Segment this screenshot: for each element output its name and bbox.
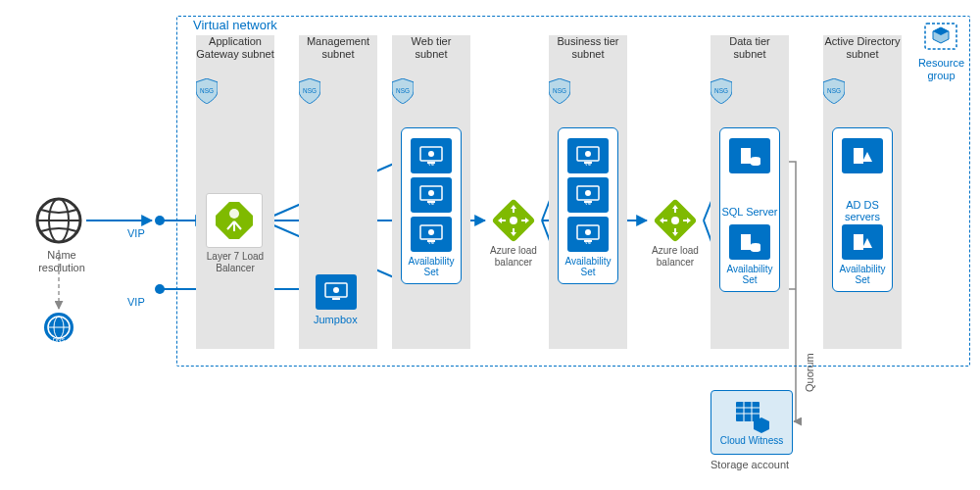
ad-server-icon <box>842 224 883 260</box>
availability-set-label: AvailabilitySet <box>402 256 461 277</box>
vip-endpoint-1 <box>155 216 165 225</box>
svg-text:VM: VM <box>585 162 591 167</box>
cloud-witness-icon <box>732 400 771 433</box>
subnet-label-mgmt: Managementsubnet <box>299 35 377 61</box>
vm-icon: VM <box>567 138 609 173</box>
svg-point-31 <box>510 217 517 224</box>
ad-server-icon <box>842 138 883 173</box>
name-resolution-label: Nameresolution <box>32 249 91 274</box>
svg-point-55 <box>585 229 591 235</box>
resource-group-label: Resourcegroup <box>918 57 964 82</box>
sql-server-icon <box>729 138 770 173</box>
jumpbox-vm-icon <box>316 274 357 310</box>
svg-point-51 <box>585 190 591 196</box>
vip-label-1: VIP <box>127 227 145 239</box>
svg-rect-58 <box>741 148 751 164</box>
web-tier-availability-set: VM VM VM AvailabilitySet <box>401 127 462 284</box>
cloud-witness-box: Cloud Witness <box>710 390 793 455</box>
virtual-network-label: Virtual network <box>193 18 277 32</box>
svg-point-65 <box>751 248 760 252</box>
svg-text:VM: VM <box>428 201 434 206</box>
sql-server-label: SQL Server <box>721 206 778 218</box>
svg-text:NSG: NSG <box>396 87 410 94</box>
svg-text:NSG: NSG <box>827 87 841 94</box>
layer7-load-balancer-icon <box>206 193 263 248</box>
quorum-label: Quorum <box>804 353 815 392</box>
svg-text:VM: VM <box>428 162 434 167</box>
availability-set-label: AvailabilitySet <box>833 264 892 285</box>
nsg-shield-icon: NSG <box>196 78 218 104</box>
nsg-shield-icon: NSG <box>392 78 414 104</box>
sql-server-icon <box>729 224 770 260</box>
svg-point-35 <box>428 151 434 157</box>
subnet-label-biz: Business tiersubnet <box>549 35 627 61</box>
subnet-app-gateway: NSG <box>196 35 274 349</box>
svg-text:VM: VM <box>585 240 591 245</box>
availability-set-label: AvailabilitySet <box>559 256 617 277</box>
svg-point-69 <box>333 287 339 293</box>
svg-rect-70 <box>332 298 340 300</box>
vm-icon: VM <box>411 177 452 213</box>
nsg-shield-icon: NSG <box>549 78 570 104</box>
architecture-diagram: Virtual network NSG ApplicationGateway s… <box>0 0 980 490</box>
internet-globe-icon <box>34 196 83 247</box>
vm-icon: VM <box>567 217 609 252</box>
svg-text:NSG: NSG <box>714 87 728 94</box>
svg-rect-67 <box>854 234 863 250</box>
svg-text:NSG: NSG <box>553 87 566 94</box>
svg-text:DNS: DNS <box>53 337 66 343</box>
svg-text:VM: VM <box>585 201 591 206</box>
subnet-label-app-gw: ApplicationGateway subnet <box>191 35 279 61</box>
svg-rect-28 <box>216 202 253 239</box>
svg-text:NSG: NSG <box>303 87 317 94</box>
azure-lb-1-label: Azure loadbalancer <box>485 245 542 269</box>
svg-text:VM: VM <box>428 240 434 245</box>
availability-set-label: AvailabilitySet <box>720 264 779 285</box>
resource-group-icon: Resourcegroup <box>918 18 964 82</box>
azure-load-balancer-1-icon <box>485 193 542 248</box>
azure-lb-2-label: Azure loadbalancer <box>647 245 704 269</box>
vip-label-2: VIP <box>127 296 145 308</box>
business-tier-availability-set: VM VM VM AvailabilitySet <box>558 127 618 284</box>
dns-icon: DNS <box>43 312 74 345</box>
subnet-label-web: Web tiersubnet <box>392 35 470 61</box>
svg-rect-66 <box>854 148 863 164</box>
svg-rect-62 <box>741 234 751 250</box>
vm-icon: VM <box>411 138 452 173</box>
ad-ds-label: AD DSservers <box>834 199 891 222</box>
svg-point-39 <box>428 190 434 196</box>
jumpbox-label: Jumpbox <box>314 314 358 325</box>
nsg-shield-icon: NSG <box>299 78 320 104</box>
svg-point-43 <box>428 229 434 235</box>
subnet-label-data: Data tiersubnet <box>710 35 789 61</box>
svg-text:NSG: NSG <box>200 87 214 94</box>
svg-point-61 <box>751 162 760 166</box>
svg-rect-71 <box>736 402 760 421</box>
svg-point-29 <box>229 209 239 219</box>
vm-icon: VM <box>567 177 609 213</box>
svg-point-33 <box>671 217 679 224</box>
svg-point-47 <box>585 151 591 157</box>
cloud-witness-label: Cloud Witness <box>720 435 783 446</box>
nsg-shield-icon: NSG <box>823 78 845 104</box>
nsg-shield-icon: NSG <box>710 78 732 104</box>
azure-load-balancer-2-icon <box>647 193 704 248</box>
layer7-lb-label: Layer 7 LoadBalancer <box>202 251 269 274</box>
vm-icon: VM <box>411 217 452 252</box>
subnet-label-ad: Active Directorysubnet <box>815 35 909 61</box>
storage-account-label: Storage account <box>710 459 789 470</box>
vip-endpoint-2 <box>155 284 165 294</box>
